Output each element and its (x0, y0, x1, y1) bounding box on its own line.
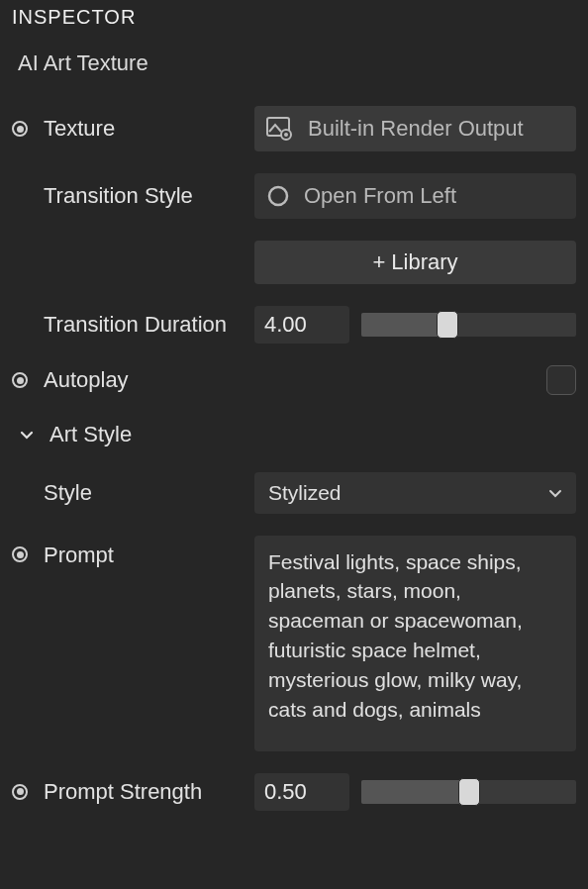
style-select[interactable]: Stylized (254, 472, 576, 514)
radio-texture[interactable] (12, 121, 28, 137)
texture-field[interactable]: Built-in Render Output (254, 106, 576, 151)
label-art-style: Art Style (49, 421, 132, 448)
slider-fill (361, 780, 469, 804)
style-value: Stylized (268, 481, 342, 505)
row-texture: Texture Built-in Render Output (12, 106, 576, 151)
panel-subtitle: AI Art Texture (12, 50, 576, 106)
section-art-style[interactable]: Art Style (12, 417, 576, 472)
texture-value: Built-in Render Output (308, 116, 524, 142)
label-transition-duration: Transition Duration (44, 311, 227, 339)
transition-style-value: Open From Left (304, 183, 456, 209)
slider-fill (361, 313, 447, 337)
row-style: Style Stylized (12, 472, 576, 514)
circle-icon (266, 184, 290, 208)
transition-duration-slider[interactable] (361, 313, 576, 337)
row-library: + Library (12, 241, 576, 284)
slider-thumb[interactable] (437, 311, 458, 339)
radio-autoplay[interactable] (12, 372, 28, 388)
row-prompt: Prompt Festival lights, space ships, pla… (12, 536, 576, 751)
label-prompt: Prompt (44, 542, 114, 569)
radio-prompt[interactable] (12, 546, 28, 562)
row-transition-duration: Transition Duration 4.00 (12, 306, 576, 344)
svg-point-3 (269, 187, 287, 205)
row-transition-style: Transition Style Open From Left (12, 173, 576, 219)
label-transition-style: Transition Style (44, 182, 193, 210)
prompt-textarea[interactable]: Festival lights, space ships, planets, s… (254, 536, 576, 751)
label-style: Style (44, 479, 92, 507)
library-button[interactable]: + Library (254, 241, 576, 284)
row-prompt-strength: Prompt Strength 0.50 (12, 773, 576, 811)
prompt-strength-slider[interactable] (361, 780, 576, 804)
chevron-down-icon (18, 426, 36, 444)
svg-point-2 (284, 133, 288, 137)
label-texture: Texture (44, 115, 115, 143)
transition-style-field[interactable]: Open From Left (254, 173, 576, 219)
label-autoplay: Autoplay (44, 366, 129, 394)
chevron-down-icon (548, 481, 562, 505)
radio-prompt-strength[interactable] (12, 784, 28, 800)
row-autoplay: Autoplay (12, 365, 576, 395)
transition-duration-input[interactable]: 4.00 (254, 306, 349, 344)
autoplay-checkbox[interactable] (546, 365, 576, 395)
prompt-strength-input[interactable]: 0.50 (254, 773, 349, 811)
slider-thumb[interactable] (458, 778, 480, 806)
image-icon (266, 117, 294, 141)
inspector-panel: INSPECTOR AI Art Texture Texture Built-i (0, 0, 588, 823)
panel-title: INSPECTOR (12, 0, 576, 50)
label-prompt-strength: Prompt Strength (44, 778, 202, 806)
